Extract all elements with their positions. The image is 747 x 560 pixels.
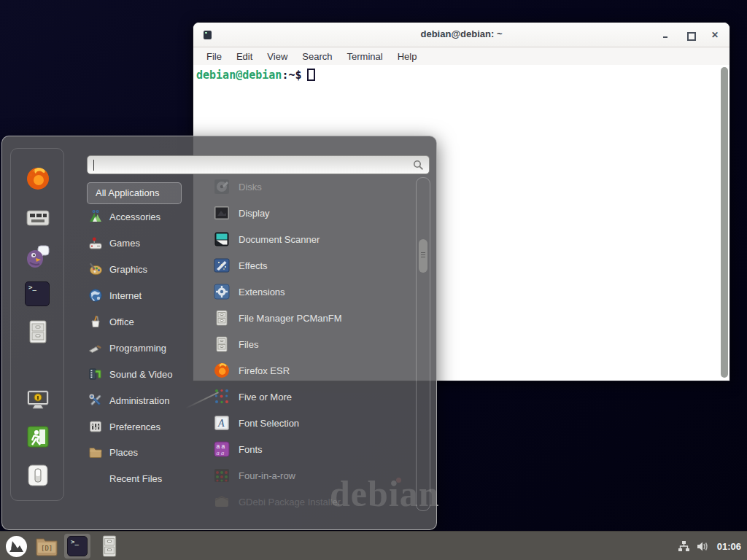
office-icon <box>88 314 103 329</box>
category-graphics[interactable]: Graphics <box>88 259 214 279</box>
category-label: Graphics <box>109 264 147 275</box>
firefox-icon[interactable] <box>25 166 51 192</box>
app-label: Font Selection <box>239 418 299 429</box>
category-internet[interactable]: Internet <box>88 285 214 306</box>
app-label: Document Scanner <box>239 234 320 245</box>
sound-video-icon <box>88 367 103 381</box>
file-manager-launcher[interactable] <box>96 534 123 559</box>
desktop-folder-launcher[interactable]: [D] <box>34 534 60 559</box>
category-all-applications[interactable]: All Applications <box>87 182 182 204</box>
app-label: Files <box>239 339 258 350</box>
app-item-effects[interactable]: Effects <box>213 255 416 276</box>
app-label: Display <box>239 208 270 219</box>
terminal-launcher-icon[interactable] <box>25 281 50 306</box>
category-games[interactable]: Games <box>88 233 214 253</box>
extensions-icon <box>213 283 231 300</box>
five-or-more-icon <box>213 388 231 405</box>
category-accessories[interactable]: Accessories <box>88 206 214 227</box>
terminal-icon <box>67 536 88 556</box>
firefox-icon <box>213 362 231 379</box>
menu-view[interactable]: View <box>260 51 295 62</box>
menu-help[interactable]: Help <box>390 51 425 62</box>
file-cabinet-icon[interactable] <box>25 319 51 345</box>
app-label: Firefox ESR <box>239 365 290 376</box>
menu-terminal[interactable]: Terminal <box>340 51 390 62</box>
app-item-file-manager-pcmanfm[interactable]: File Manager PCManFM <box>213 308 416 328</box>
category-places[interactable]: Places <box>88 442 214 462</box>
category-label: Programming <box>109 343 166 354</box>
graphics-icon <box>88 262 103 276</box>
app-item-document-scanner[interactable]: Document Scanner <box>213 229 416 249</box>
volume-icon[interactable] <box>697 540 711 553</box>
category-label: Internet <box>109 290 142 301</box>
category-label: Administration <box>109 395 169 406</box>
category-programming[interactable]: Programming <box>88 338 214 358</box>
applications-menu: All Applications Accessories Games <box>1 136 437 530</box>
shell-prompt: debian@debian:~$ <box>196 69 315 82</box>
prompt-path: :~$ <box>282 69 301 82</box>
terminal-task-button[interactable] <box>64 534 90 559</box>
app-item-five-or-more[interactable]: Five or More <box>213 386 416 407</box>
search-icon <box>413 160 424 171</box>
app-item-fonts[interactable]: a a a a Fonts <box>213 439 416 459</box>
terminal-window-title: debian@debian: ~ <box>193 28 729 39</box>
app-label: Extensions <box>239 287 285 298</box>
favorites-column <box>10 148 64 501</box>
app-item-gdebi-package-installer[interactable]: GDebi Package Installer <box>213 491 416 512</box>
app-item-firefox-esr[interactable]: Firefox ESR <box>213 360 416 381</box>
search-box <box>87 155 430 174</box>
menu-edit[interactable]: Edit <box>229 51 260 62</box>
category-administration[interactable]: Administration <box>88 390 214 411</box>
category-office[interactable]: Office <box>88 311 214 332</box>
menu-scrollbar-thumb[interactable] <box>419 239 427 273</box>
menu-search[interactable]: Search <box>295 51 339 62</box>
app-label: Four-in-a-row <box>239 470 295 481</box>
menu-scrollbar-track[interactable] <box>416 177 430 511</box>
app-item-files[interactable]: Files <box>213 334 416 354</box>
desktop-folder-icon: [D] <box>35 536 58 556</box>
games-icon <box>88 236 103 250</box>
maximize-button-icon[interactable] <box>686 31 694 39</box>
font-selection-icon: A <box>213 414 231 432</box>
document-scanner-icon <box>213 230 231 248</box>
software-keys-icon[interactable] <box>25 205 51 231</box>
taskbar: [D] 01:06 <box>0 531 747 560</box>
app-label: Effects <box>239 260 268 271</box>
fonts-icon: a a a a <box>213 440 231 458</box>
shutdown-icon[interactable] <box>25 462 51 489</box>
disks-icon <box>213 178 231 195</box>
minimize-button-icon[interactable] <box>661 31 670 39</box>
pidgin-icon[interactable] <box>25 244 51 270</box>
category-label: Preferences <box>109 421 160 432</box>
terminal-scrollbar[interactable] <box>721 67 728 378</box>
administration-icon <box>88 393 103 408</box>
terminal-titlebar[interactable]: debian@debian: ~ ✕ <box>193 23 729 47</box>
app-label: Fonts <box>239 444 263 455</box>
lock-screen-icon[interactable] <box>25 386 51 413</box>
category-preferences[interactable]: Preferences <box>88 416 214 437</box>
app-item-font-selection[interactable]: A Font Selection <box>213 413 416 433</box>
menu-button[interactable] <box>3 534 29 559</box>
app-item-four-in-a-row[interactable]: Four-in-a-row <box>213 465 416 486</box>
menu-file[interactable]: File <box>199 51 229 62</box>
logout-icon[interactable] <box>25 424 51 450</box>
terminal-cursor <box>307 69 315 81</box>
accessories-icon <box>88 209 103 224</box>
close-button-icon[interactable]: ✕ <box>711 31 719 39</box>
file-cabinet-icon <box>213 335 231 353</box>
app-label: Disks <box>239 182 262 192</box>
category-sound-video[interactable]: Sound & Video <box>88 364 214 384</box>
terminal-menubar: File Edit View Search Terminal Help <box>193 47 729 65</box>
svg-text:A: A <box>217 418 225 429</box>
app-item-disks[interactable]: Disks <box>213 176 416 197</box>
app-item-extensions[interactable]: Extensions <box>213 281 416 302</box>
search-input[interactable] <box>93 158 407 172</box>
app-label: File Manager PCManFM <box>239 313 342 324</box>
category-recent-files[interactable]: Recent Files <box>88 468 214 489</box>
desktop: debian debian@debian: ~ ✕ File Edit View… <box>0 0 747 560</box>
category-label: Places <box>109 447 138 458</box>
taskbar-clock[interactable]: 01:06 <box>717 541 741 552</box>
file-cabinet-icon <box>100 535 119 557</box>
app-item-display[interactable]: Display <box>213 203 416 223</box>
network-icon[interactable] <box>678 540 690 553</box>
